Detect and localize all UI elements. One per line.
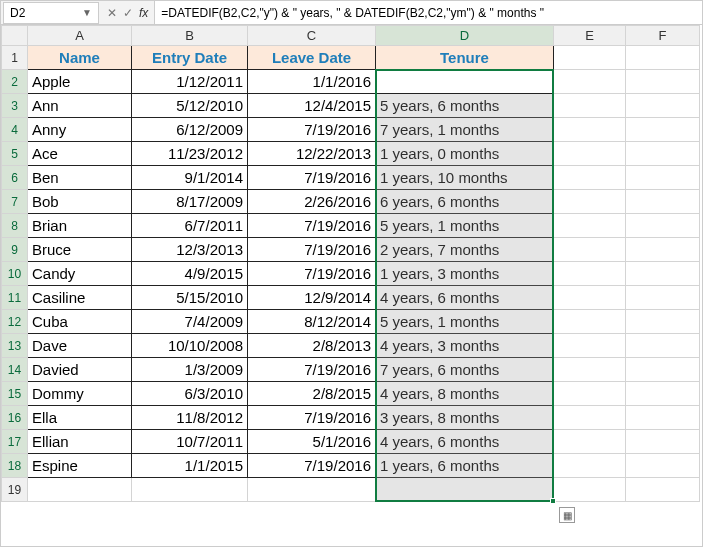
cell[interactable] (554, 46, 626, 70)
cell-tenure[interactable]: 7 years, 6 months (376, 358, 554, 382)
cell[interactable] (626, 310, 700, 334)
cell-leave[interactable]: 7/19/2016 (248, 262, 376, 286)
row-header[interactable]: 3 (2, 94, 28, 118)
name-box[interactable]: D2 ▼ (3, 2, 99, 24)
cell[interactable] (554, 382, 626, 406)
cell-name[interactable]: Casiline (28, 286, 132, 310)
col-header-C[interactable]: C (248, 26, 376, 46)
cell-name[interactable]: Cuba (28, 310, 132, 334)
cell-leave[interactable]: 2/8/2015 (248, 382, 376, 406)
cell-name[interactable]: Apple (28, 70, 132, 94)
cell-entry[interactable]: 9/1/2014 (132, 166, 248, 190)
cell[interactable] (626, 334, 700, 358)
row-header[interactable]: 12 (2, 310, 28, 334)
col-header-F[interactable]: F (626, 26, 700, 46)
cell-name[interactable]: Ben (28, 166, 132, 190)
cell[interactable] (554, 70, 626, 94)
fx-icon[interactable]: fx (139, 6, 148, 20)
cell[interactable] (554, 454, 626, 478)
cell[interactable] (554, 286, 626, 310)
row-header[interactable]: 9 (2, 238, 28, 262)
cell-tenure[interactable]: 1 years, 10 months (376, 166, 554, 190)
cell-entry[interactable]: 11/23/2012 (132, 142, 248, 166)
cell[interactable] (554, 406, 626, 430)
cell-tenure[interactable]: 1 years, 3 months (376, 262, 554, 286)
cell[interactable] (626, 430, 700, 454)
cell[interactable] (554, 310, 626, 334)
row-header[interactable]: 5 (2, 142, 28, 166)
row-header[interactable]: 13 (2, 334, 28, 358)
row-header[interactable]: 7 (2, 190, 28, 214)
cell-tenure[interactable]: 3 years, 8 months (376, 406, 554, 430)
cell[interactable] (554, 214, 626, 238)
cell-tenure[interactable]: 4 years, 6 months (376, 430, 554, 454)
row-header[interactable]: 8 (2, 214, 28, 238)
cell[interactable] (626, 358, 700, 382)
cell-entry[interactable]: 5/15/2010 (132, 286, 248, 310)
cell[interactable] (626, 70, 700, 94)
col-header-D[interactable]: D (376, 26, 554, 46)
cell-name[interactable]: Bruce (28, 238, 132, 262)
cell-tenure[interactable]: 1 years, 6 months (376, 454, 554, 478)
cell-entry[interactable]: 11/8/2012 (132, 406, 248, 430)
cell-tenure[interactable]: 5 years, 1 months (376, 214, 554, 238)
cell-tenure[interactable]: 5 years, 6 months (376, 94, 554, 118)
cell-entry[interactable]: 1/3/2009 (132, 358, 248, 382)
cell[interactable] (554, 430, 626, 454)
cell[interactable] (626, 142, 700, 166)
cell-entry[interactable]: 1/12/2011 (132, 70, 248, 94)
cell-tenure[interactable]: 2 years, 7 months (376, 238, 554, 262)
cell[interactable] (626, 286, 700, 310)
row-header[interactable]: 16 (2, 406, 28, 430)
cell-leave[interactable]: 12/9/2014 (248, 286, 376, 310)
cell-name[interactable]: Dave (28, 334, 132, 358)
cell-name[interactable]: Anny (28, 118, 132, 142)
cell-name[interactable]: Brian (28, 214, 132, 238)
row-header[interactable]: 15 (2, 382, 28, 406)
cell-leave[interactable]: 7/19/2016 (248, 118, 376, 142)
header-name[interactable]: Name (28, 46, 132, 70)
cell-tenure[interactable]: 1 years, 0 months (376, 142, 554, 166)
cell-leave[interactable]: 7/19/2016 (248, 406, 376, 430)
cell-entry[interactable]: 12/3/2013 (132, 238, 248, 262)
cell[interactable] (626, 118, 700, 142)
cell[interactable] (28, 478, 132, 502)
cell-tenure[interactable]: 6 years, 6 months (376, 190, 554, 214)
cell-entry[interactable]: 7/4/2009 (132, 310, 248, 334)
cell-leave[interactable]: 7/19/2016 (248, 238, 376, 262)
row-header[interactable]: 17 (2, 430, 28, 454)
cell-entry[interactable]: 10/7/2011 (132, 430, 248, 454)
cell[interactable] (554, 358, 626, 382)
cell-leave[interactable]: 2/26/2016 (248, 190, 376, 214)
cell-leave[interactable]: 2/8/2013 (248, 334, 376, 358)
accept-icon[interactable]: ✓ (123, 6, 133, 20)
col-header-B[interactable]: B (132, 26, 248, 46)
cell-tenure[interactable]: 4 years, 8 months (376, 382, 554, 406)
cell[interactable] (554, 262, 626, 286)
cell[interactable] (554, 166, 626, 190)
cell-tenure[interactable]: 4 years, 6 months (376, 286, 554, 310)
cell[interactable] (626, 454, 700, 478)
select-all-corner[interactable] (2, 26, 28, 46)
cell-entry[interactable]: 1/1/2015 (132, 454, 248, 478)
cell-entry[interactable]: 5/12/2010 (132, 94, 248, 118)
header-tenure[interactable]: Tenure (376, 46, 554, 70)
cell-name[interactable]: Ella (28, 406, 132, 430)
row-header[interactable]: 6 (2, 166, 28, 190)
cell[interactable] (132, 478, 248, 502)
cell-name[interactable]: Espine (28, 454, 132, 478)
cell[interactable] (626, 94, 700, 118)
col-header-E[interactable]: E (554, 26, 626, 46)
row-header-19[interactable]: 19 (2, 478, 28, 502)
cell[interactable] (626, 262, 700, 286)
cell-leave[interactable]: 8/12/2014 (248, 310, 376, 334)
cell-tenure[interactable]: 7 years, 1 months (376, 118, 554, 142)
header-leave[interactable]: Leave Date (248, 46, 376, 70)
chevron-down-icon[interactable]: ▼ (82, 7, 92, 18)
cell[interactable] (626, 406, 700, 430)
cell-entry[interactable]: 6/3/2010 (132, 382, 248, 406)
cell[interactable] (626, 214, 700, 238)
spreadsheet-grid[interactable]: A B C D E F 1 Name Entry Date Leave Date… (1, 25, 702, 502)
cell-leave[interactable]: 7/19/2016 (248, 166, 376, 190)
cell-tenure[interactable]: 5 years, 1 months (376, 310, 554, 334)
